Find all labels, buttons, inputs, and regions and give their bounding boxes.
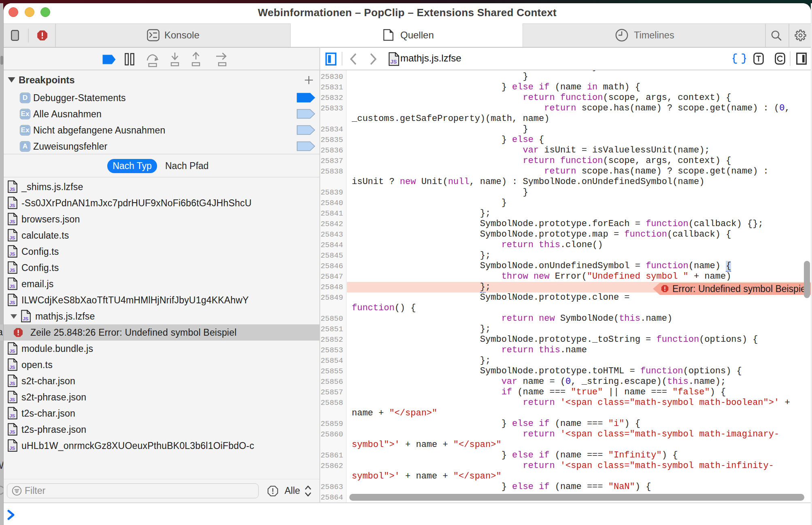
svg-text:JS: JS [9, 268, 15, 273]
svg-text:JS: JS [9, 413, 15, 418]
svg-text:JS: JS [9, 365, 15, 370]
svg-text:JS: JS [9, 349, 15, 354]
svg-text:JS: JS [9, 252, 15, 256]
svg-text:JS: JS [9, 203, 15, 208]
svg-text:JS: JS [9, 219, 15, 224]
svg-text:JS: JS [9, 430, 15, 434]
svg-text:JS: JS [23, 316, 28, 321]
svg-text:JS: JS [9, 397, 15, 402]
svg-text:JS: JS [9, 300, 15, 305]
svg-text:JS: JS [9, 235, 15, 240]
svg-text:JS: JS [9, 187, 15, 192]
svg-text:JS: JS [391, 59, 397, 65]
svg-text:JS: JS [9, 446, 15, 451]
svg-text:JS: JS [9, 284, 15, 289]
svg-text:JS: JS [9, 381, 15, 386]
